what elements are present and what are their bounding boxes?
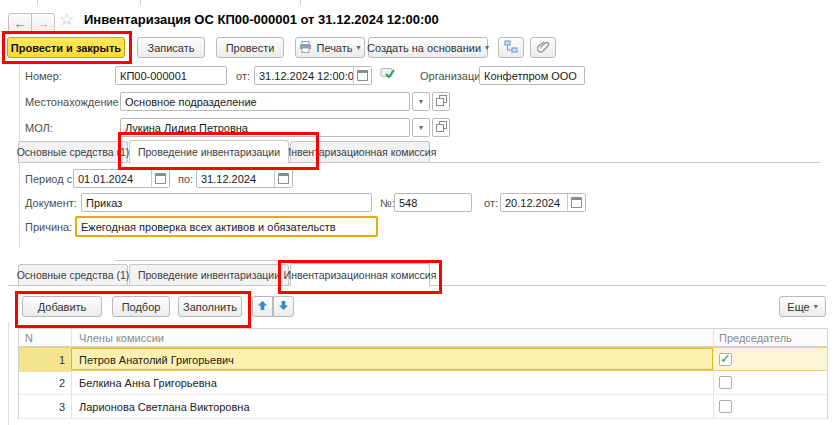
tab-fixed-assets[interactable]: Основные средства (1): [18, 141, 128, 162]
mol-dropdown-button[interactable]: ▾: [412, 118, 430, 137]
tab-fixed-assets-2[interactable]: Основные средства (1): [18, 264, 128, 285]
tab-label: Проведение инвентаризации: [138, 269, 280, 281]
period-from-label: Период с:: [25, 170, 75, 189]
location-dropdown-button[interactable]: ▾: [412, 92, 430, 111]
chairman-checkbox[interactable]: [719, 376, 732, 389]
organization-input[interactable]: Конфетпром ООО: [479, 66, 585, 85]
post-button[interactable]: Провести: [216, 37, 284, 58]
mol-input[interactable]: Лукина Лидия Петровна: [120, 118, 410, 137]
period-from-input[interactable]: 01.01.2024: [73, 169, 170, 188]
organization-value: Конфетпром ООО: [480, 70, 584, 82]
tab-commission-2[interactable]: Инвентаризационная комиссия: [290, 263, 430, 286]
attachments-button[interactable]: [530, 37, 556, 58]
table-row[interactable]: 3 Ларионова Светлана Викторовна: [19, 395, 827, 419]
write-button[interactable]: Записать: [137, 37, 205, 58]
mol-label: МОЛ:: [25, 119, 53, 138]
caret-down-icon: ▾: [485, 44, 489, 52]
period-to-value: 31.12.2024: [197, 173, 274, 185]
row-number: 3: [19, 395, 71, 419]
print-label: Печать: [316, 42, 352, 54]
paperclip-icon: [537, 40, 550, 55]
page-title: Инвентаризация ОС КП00-000001 от 31.12.2…: [84, 10, 439, 29]
chairman-checkbox[interactable]: [719, 353, 732, 366]
location-input[interactable]: Основное подразделение: [120, 92, 410, 111]
open-link-icon: [436, 95, 447, 108]
caret-down-icon: ▾: [814, 303, 818, 311]
calendar-icon[interactable]: [353, 67, 371, 84]
tab-label: Основные средства (1): [17, 146, 130, 158]
member-name[interactable]: Петров Анатолий Григорьевич: [71, 348, 713, 372]
period-to-label: по:: [178, 170, 193, 189]
member-name[interactable]: Белкина Анна Григорьевна: [71, 371, 713, 395]
tab-commission[interactable]: Инвентаризационная комиссия: [290, 141, 430, 162]
fill-label: Заполнить: [183, 301, 237, 313]
row-number: 2: [19, 371, 71, 395]
calendar-icon[interactable]: [151, 170, 169, 187]
create-based-on-button[interactable]: Создать на основании ▾: [368, 37, 488, 58]
crop-artifact: [37, 0, 38, 5]
number-value: КП00-000001: [116, 70, 226, 82]
doc-number-value: 548: [395, 197, 471, 209]
commission-table: N Члены комиссии Председатель 1 Петров А…: [18, 328, 828, 419]
caret-down-icon: ▾: [419, 124, 423, 132]
number-input[interactable]: КП00-000001: [115, 66, 227, 85]
tab-inventory-carrying-2[interactable]: Проведение инвентаризации: [129, 264, 289, 285]
period-to-input[interactable]: 31.12.2024: [196, 169, 293, 188]
reason-label: Причина:: [25, 218, 72, 237]
date-value: 31.12.2024 12:00:00: [255, 70, 353, 82]
back-button[interactable]: ←: [8, 13, 32, 33]
crop-artifact: [300, 0, 301, 5]
forward-arrow-icon: →: [37, 16, 50, 31]
pick-button[interactable]: Подбор: [112, 296, 170, 317]
table-row[interactable]: 2 Белкина Анна Григорьевна: [19, 371, 827, 395]
move-up-button[interactable]: [252, 296, 273, 317]
tab-label: Инвентаризационная комиссия: [284, 146, 437, 158]
row-number: 1: [19, 348, 71, 372]
doc-number-input[interactable]: 548: [394, 193, 472, 212]
document-label: Документ:: [25, 194, 77, 213]
column-header-members[interactable]: Члены комиссии: [79, 330, 164, 347]
open-link-icon: [436, 121, 447, 134]
post-and-close-label: Провести и закрыть: [11, 42, 121, 54]
back-arrow-icon: ←: [14, 16, 27, 31]
move-down-button[interactable]: [273, 296, 294, 317]
subordination-structure-button[interactable]: [498, 37, 524, 58]
column-header-number[interactable]: N: [25, 330, 33, 347]
add-button[interactable]: Добавить: [22, 296, 102, 317]
post-and-close-button[interactable]: Провести и закрыть: [7, 37, 125, 58]
more-button[interactable]: Еще ▾: [779, 296, 826, 317]
table-row[interactable]: 1 Петров Анатолий Григорьевич: [19, 347, 827, 371]
tab-inventory-carrying[interactable]: Проведение инвентаризации: [129, 140, 289, 163]
forward-button[interactable]: →: [31, 13, 55, 33]
calendar-icon[interactable]: [567, 194, 585, 211]
green-check-icon[interactable]: [380, 66, 395, 86]
calendar-icon[interactable]: [274, 170, 292, 187]
date-input[interactable]: 31.12.2024 12:00:00: [254, 66, 372, 85]
document-input[interactable]: Приказ: [81, 193, 372, 212]
print-button[interactable]: Печать ▾: [295, 37, 365, 58]
reason-input[interactable]: Ежегодная проверка всех активов и обязат…: [75, 216, 378, 237]
tab-label: Инвентаризационная комиссия: [284, 269, 437, 281]
document-window: ← → ☆ Инвентаризация ОС КП00-000001 от 3…: [0, 0, 838, 425]
number-label: Номер:: [25, 67, 62, 86]
table-header: N Члены комиссии Председатель: [19, 329, 827, 347]
write-label: Записать: [147, 42, 194, 54]
location-open-button[interactable]: [432, 92, 450, 111]
mol-open-button[interactable]: [432, 118, 450, 137]
tab-label: Проведение инвентаризации: [138, 146, 280, 158]
chairman-checkbox[interactable]: [719, 400, 732, 413]
crop-artifact: [140, 0, 141, 5]
structure-icon: [504, 40, 518, 55]
favorite-star-icon[interactable]: ☆: [59, 10, 74, 29]
location-value: Основное подразделение: [121, 96, 409, 108]
fill-button[interactable]: Заполнить: [178, 296, 242, 317]
arrow-down-icon: [278, 300, 289, 313]
doc-date-input[interactable]: 20.12.2024: [500, 193, 586, 212]
post-label: Провести: [226, 42, 275, 54]
member-name[interactable]: Ларионова Светлана Викторовна: [71, 395, 713, 419]
column-header-chairman[interactable]: Председатель: [719, 330, 792, 347]
doc-number-label: №:: [380, 194, 395, 213]
create-based-on-label: Создать на основании: [367, 42, 481, 54]
pick-label: Подбор: [122, 301, 161, 313]
caret-down-icon: ▾: [419, 98, 423, 106]
